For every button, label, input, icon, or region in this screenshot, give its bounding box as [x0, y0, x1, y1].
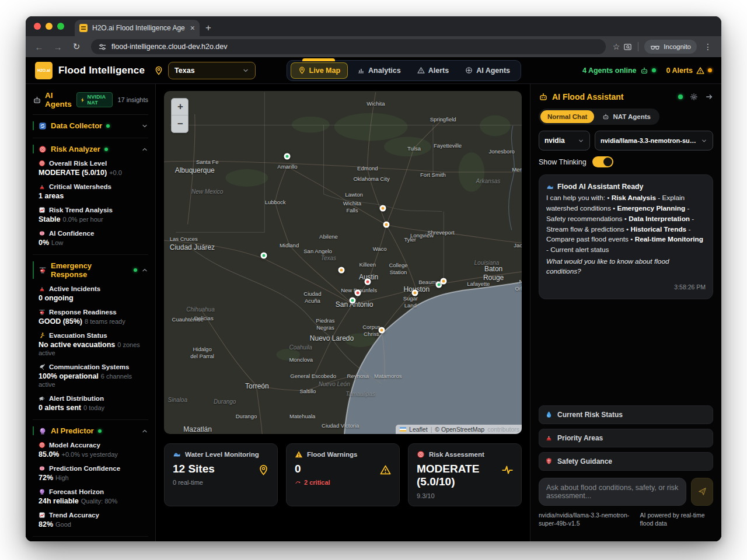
brain-icon	[39, 465, 46, 472]
live-map[interactable]: WichitaSpringfieldTulsaFayettevilleJones…	[164, 91, 522, 434]
zoom-out-button[interactable]: −	[172, 116, 189, 132]
tab-close-icon[interactable]: ×	[190, 24, 195, 32]
tab-normal-chat[interactable]: Normal Chat	[540, 110, 594, 123]
show-thinking-toggle[interactable]	[592, 156, 613, 167]
accordion-safety-guidance[interactable]: Safety Guidance	[539, 452, 713, 471]
model-select[interactable]: nvidia/llama-3.3-nemotron-super-49b-v1.	[595, 131, 713, 150]
agent-metric: Communication Systems100% operational6 c…	[39, 363, 148, 388]
map-marker-green[interactable]	[284, 153, 291, 160]
accordion-current-risk-status[interactable]: Current Risk Status	[539, 405, 713, 424]
agent-section-header[interactable]: Risk Analyzer	[33, 145, 148, 153]
chat-messages[interactable]: Flood AI Assistant Ready I can help you …	[539, 174, 713, 401]
minimize-window-button[interactable]	[46, 23, 53, 30]
agent-metric: Model Accuracy85.0%+0.0% vs yesterday	[39, 442, 148, 459]
message-body: I can help you with: • Risk Analysis - E…	[546, 193, 706, 255]
metric-label: Response Readiness	[49, 309, 117, 316]
osm-contributors: contributors	[487, 426, 519, 433]
map-marker-orange[interactable]	[378, 327, 385, 334]
agent-section-header[interactable]: Emergency Response	[33, 261, 148, 279]
metric-subtext: 0 today	[83, 404, 104, 411]
online-status-dot	[652, 68, 656, 72]
send-icon	[698, 487, 707, 496]
metric-subtext: 8 teams ready	[85, 318, 125, 325]
reload-icon[interactable]: ↻	[69, 41, 84, 52]
window-controls[interactable]	[26, 16, 75, 36]
metric-label: Evacuation Status	[49, 332, 107, 339]
metric-label: Critical Watersheds	[49, 183, 111, 190]
search-tabs-icon[interactable]	[623, 43, 632, 51]
tab-alerts[interactable]: Alerts	[410, 63, 456, 78]
agent-section-header[interactable]: AI Predictor	[33, 426, 148, 435]
agent-metric: Overall Risk LevelMODERATE (5.0/10)+0.0	[39, 160, 148, 177]
target-icon	[39, 160, 46, 167]
map-markers-layer	[164, 91, 522, 434]
map-marker-green[interactable]	[261, 253, 267, 259]
agent-section-header[interactable]: Data Collector	[33, 121, 148, 130]
menu-dots-icon[interactable]: ⋮	[700, 42, 715, 51]
target-icon	[417, 450, 425, 459]
badge-label: NVIDIA NAT	[87, 94, 109, 106]
target-icon	[39, 442, 46, 449]
h2o-logo: H2O.ai	[35, 62, 53, 79]
bar-chart-icon	[357, 66, 365, 74]
back-icon[interactable]: ←	[32, 42, 47, 52]
tab-analytics[interactable]: Analytics	[350, 63, 408, 78]
tab-live-map[interactable]: Live Map	[291, 62, 348, 79]
nav-label: Alerts	[428, 66, 449, 75]
crystal-icon	[39, 488, 46, 495]
region-select[interactable]: Texas	[168, 62, 256, 79]
leaflet-link[interactable]: Leaflet	[409, 426, 428, 433]
browser-window: H2O.ai Flood Intelligence Age × + ← → ↻ …	[26, 16, 721, 541]
pin-icon	[298, 66, 306, 74]
close-window-button[interactable]	[34, 23, 41, 30]
chat-input[interactable]	[539, 478, 686, 506]
card-subtext: 9.3/10	[417, 492, 513, 499]
osm-link[interactable]: © OpenStreetMap	[435, 426, 484, 433]
map-marker-orange[interactable]	[411, 289, 418, 296]
warning-triangle-icon	[696, 66, 704, 75]
tab-title: H2O.ai Flood Intelligence Age	[92, 24, 186, 32]
accordion-priority-areas[interactable]: Priority Areas	[539, 429, 713, 447]
flood-warnings-card: Flood Warnings 0 2 critical	[286, 443, 400, 506]
provider-select[interactable]: nvidia	[539, 131, 590, 150]
map-marker-orange[interactable]	[380, 205, 386, 211]
siren-icon	[39, 183, 46, 190]
browser-tab[interactable]: H2O.ai Flood Intelligence Age ×	[75, 20, 200, 36]
site-settings-icon[interactable]	[98, 43, 107, 51]
metric-subtext: +0.0% vs yesterday	[61, 451, 117, 458]
agent-sections: Data CollectorRisk AnalyzerOverall Risk …	[33, 115, 148, 537]
browser-tabstrip: H2O.ai Flood Intelligence Age × +	[26, 16, 721, 36]
map-marker-red[interactable]	[365, 278, 371, 285]
map-marker-green[interactable]	[350, 297, 356, 303]
incognito-label: Incognito	[664, 43, 691, 50]
footer-tagline: AI powered by real-time flood data	[640, 511, 713, 527]
map-marker-orange[interactable]	[338, 267, 345, 273]
zoom-in-button[interactable]: +	[172, 99, 189, 116]
forward-icon[interactable]: →	[50, 42, 65, 52]
megaphone-icon	[39, 395, 46, 402]
metric-label: AI Confidence	[49, 230, 94, 237]
zoom-window-button[interactable]	[57, 23, 64, 30]
map-marker-red[interactable]	[355, 289, 361, 296]
metric-value: 24h reliable	[39, 497, 79, 505]
tab-ai-agents[interactable]: AI Agents	[458, 63, 517, 78]
browser-toolbar: ← → ↻ flood-intelligence.cloud-dev.h2o.d…	[26, 36, 721, 57]
agent-section-title: Data Collector	[51, 121, 102, 130]
agent-section-data-collector: Data Collector	[33, 115, 148, 138]
card-value: 12 Sites	[173, 463, 215, 475]
new-tab-button[interactable]: +	[205, 22, 211, 34]
bookmark-star-icon[interactable]: ☆	[613, 42, 620, 51]
satellite-icon	[39, 363, 46, 370]
send-button[interactable]	[691, 478, 713, 506]
runner-icon	[39, 332, 46, 339]
arrow-right-icon[interactable]	[705, 93, 713, 101]
desktop: H2O.ai Flood Intelligence Age × + ← → ↻ …	[0, 0, 747, 560]
address-bar[interactable]: flood-intelligence.cloud-dev.h2o.dev	[91, 39, 606, 54]
map-marker-orange[interactable]	[441, 278, 447, 284]
map-marker-orange[interactable]	[383, 222, 389, 228]
robot-icon	[539, 92, 548, 102]
tab-nat-agents[interactable]: NAT Agents	[595, 110, 658, 123]
gear-icon[interactable]	[690, 93, 698, 101]
sidebar-title: AI Agents	[45, 91, 73, 108]
agent-online-dot	[134, 268, 137, 272]
